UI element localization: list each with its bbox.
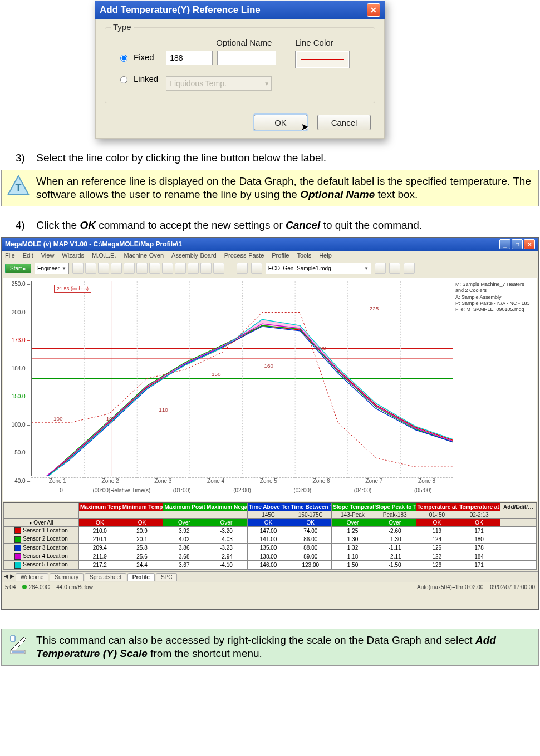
- table-header: Temperature at Time Reference 1: [416, 503, 458, 511]
- menu-item[interactable]: File: [5, 252, 15, 259]
- linked-dropdown: Liquidous Temp. ▼: [166, 76, 272, 91]
- svg-text:160: 160: [264, 363, 274, 369]
- table-cell: 141.00: [247, 535, 289, 543]
- menu-item[interactable]: Wizards: [62, 252, 84, 259]
- table-cell: 211.9: [79, 552, 121, 561]
- toolbar-icon[interactable]: [375, 263, 386, 274]
- app-titlebar[interactable]: MegaMOLE (v) MAP V1.00 - C:\MegaMOLE\Map…: [2, 238, 538, 251]
- svg-text:150: 150: [212, 372, 221, 378]
- toolbar-icon[interactable]: [98, 263, 109, 274]
- table-cell: 217.2: [79, 561, 121, 569]
- zone-label: Zone 1: [31, 477, 84, 485]
- tab-profile[interactable]: Profile: [127, 573, 155, 581]
- toolbar-icon[interactable]: [213, 263, 224, 274]
- radio-linked[interactable]: Linked: [117, 74, 158, 83]
- cancel-button-label: Cancel: [331, 118, 357, 127]
- toolbar-icon[interactable]: [404, 263, 415, 274]
- start-button[interactable]: Start ▸: [5, 264, 31, 273]
- toolbar-icon[interactable]: [136, 263, 148, 274]
- maximize-icon[interactable]: □: [512, 239, 523, 249]
- table-cell: 88.00: [289, 543, 332, 552]
- sensor-row-label[interactable]: Sensor 5 Location: [4, 561, 79, 569]
- table-cell: 86.00: [289, 535, 332, 543]
- sensor-row-label[interactable]: Sensor 2 Location: [4, 535, 79, 543]
- status-bar: 5:04264.00C44.0 cm/Below Auto(max504)=1h…: [2, 582, 538, 592]
- optional-name-input[interactable]: [217, 51, 276, 65]
- step-3-number: 3): [16, 151, 33, 165]
- ok-button[interactable]: OK ➤: [254, 115, 307, 130]
- radio-fixed-input[interactable]: [120, 55, 127, 62]
- sensor-row-label[interactable]: Sensor 3 Location: [4, 543, 79, 552]
- step-3: 3) Select the line color by clicking the…: [16, 151, 540, 165]
- toolbar-icon[interactable]: [111, 263, 122, 274]
- table-header: Add/Edit/…: [500, 503, 537, 511]
- dialog-body: Type Fixed Linked Optional Name: [95, 19, 385, 139]
- data-graph[interactable]: 250.0 –200.0 –173.0 –184.0 –150.0 –100.0…: [3, 278, 537, 501]
- menu-item[interactable]: M.O.L.E.: [92, 252, 116, 259]
- toolbar-icon[interactable]: [162, 263, 173, 274]
- tab-welcome[interactable]: Welcome: [16, 573, 49, 581]
- step-4-number: 4): [16, 219, 33, 233]
- menu-item[interactable]: Machine-Oven: [124, 252, 164, 259]
- table-cell: 1.18: [332, 552, 374, 561]
- zone-label: Zone 3: [137, 477, 190, 485]
- table-cell: 209.4: [79, 543, 121, 552]
- table-cell: 171: [458, 527, 500, 535]
- table-header: Maximum Negative Slope: [205, 503, 248, 511]
- menu-item[interactable]: Profile: [272, 252, 289, 259]
- user-combo[interactable]: Engineer▼: [35, 263, 69, 274]
- tab-scroll-buttons[interactable]: ◀ ▶: [4, 573, 14, 581]
- legend-line: File: M_SAMPLE_090105.mdg: [455, 307, 533, 313]
- menu-item[interactable]: Process-Paste: [224, 252, 264, 259]
- toolbar-icon[interactable]: [124, 263, 135, 274]
- menu-item[interactable]: View: [41, 252, 55, 259]
- toolbar-icon[interactable]: [389, 263, 400, 274]
- toolbar-icon[interactable]: [72, 263, 84, 274]
- radio-linked-input[interactable]: [120, 76, 127, 83]
- table-subheader: 02-2:13: [458, 511, 500, 519]
- table-cell: -4.03: [205, 535, 248, 543]
- zone-label: Zone 2: [84, 477, 137, 485]
- x-tick: (02:00): [212, 487, 272, 495]
- table-cell: 3.67: [163, 561, 205, 569]
- dialog-titlebar[interactable]: Add Temperature(Y) Reference Line ✕: [95, 1, 385, 19]
- sensor-row-label[interactable]: Sensor 1 Location: [4, 527, 79, 535]
- table-cell: 184: [458, 552, 500, 561]
- x-tick: (04:00): [332, 487, 392, 495]
- tab-spreadsheet[interactable]: Spreadsheet: [85, 573, 126, 581]
- app-toolbar: Start ▸ Engineer▼ EC: [2, 260, 538, 276]
- toolbar-icon[interactable]: [175, 263, 186, 274]
- toolbar-icon[interactable]: [149, 263, 160, 274]
- dialog-title: Add Temperature(Y) Reference Line: [100, 4, 261, 16]
- table-cell: 180: [458, 535, 500, 543]
- tab-summary[interactable]: Summary: [50, 573, 84, 581]
- zone-label: Zone 5: [242, 477, 295, 485]
- overall-row-label[interactable]: ▸ Over All: [4, 519, 79, 527]
- minimize-icon[interactable]: _: [499, 239, 510, 249]
- sensor-row-label[interactable]: Sensor 4 Location: [4, 552, 79, 561]
- table-cell: 74.00: [289, 527, 332, 535]
- radio-fixed[interactable]: Fixed: [117, 52, 158, 62]
- table-cell: 3.68: [163, 552, 205, 561]
- table-header: [4, 503, 79, 511]
- menu-item[interactable]: Edit: [23, 252, 33, 259]
- menu-item[interactable]: Help: [319, 252, 332, 259]
- run-combo[interactable]: ECD_Gen_Sample1.mdg▼: [266, 263, 371, 274]
- tab-spc[interactable]: SPC: [156, 573, 178, 581]
- menu-item[interactable]: Tools: [297, 252, 311, 259]
- fixed-value-input[interactable]: [166, 51, 213, 65]
- toolbar-icon[interactable]: [85, 263, 96, 274]
- table-cell: 147.00: [247, 527, 289, 535]
- toolbar-icon[interactable]: [251, 263, 262, 274]
- line-color-button[interactable]: [295, 51, 350, 68]
- chart-x-axis: 0(00:00)Relative Time(s)(01:00)(02:00)(0…: [31, 487, 453, 495]
- menu-item[interactable]: Assembly-Board: [171, 252, 217, 259]
- cancel-button[interactable]: Cancel: [317, 115, 371, 130]
- toolbar-icon[interactable]: [237, 263, 248, 274]
- app-close-icon[interactable]: ✕: [524, 239, 535, 249]
- toolbar-icon[interactable]: [188, 263, 199, 274]
- line-color-label: Line Color: [295, 38, 350, 47]
- toolbar-icon[interactable]: [200, 263, 212, 274]
- close-icon[interactable]: ✕: [367, 3, 380, 17]
- table-subheader: 150-175C: [289, 511, 332, 519]
